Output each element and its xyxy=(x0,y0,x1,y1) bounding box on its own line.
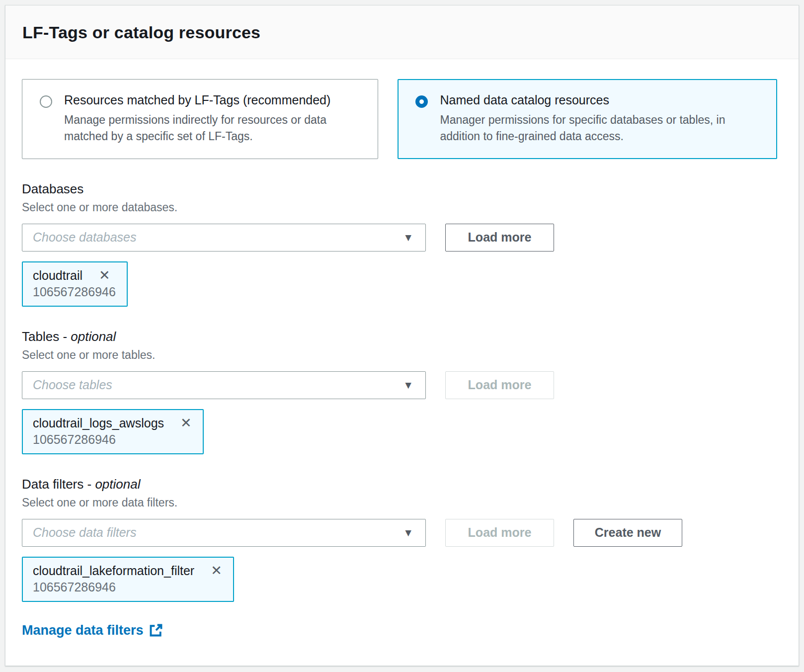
tables-select[interactable]: Choose tables ▼ xyxy=(22,371,426,399)
create-new-filter-button[interactable]: Create new xyxy=(573,519,682,547)
chevron-down-icon: ▼ xyxy=(403,527,413,539)
option-label: Resources matched by LF-Tags (recommende… xyxy=(64,93,364,107)
token-catalog-id: 106567286946 xyxy=(33,580,222,594)
databases-select[interactable]: Choose databases ▼ xyxy=(22,224,426,252)
databases-label: Databases xyxy=(22,181,777,197)
token-name: cloudtrail_lakeformation_filter xyxy=(33,564,194,578)
tables-label-text: Tables - xyxy=(22,329,71,344)
data-filters-description: Select one or more data filters. xyxy=(22,496,777,509)
data-filters-select[interactable]: Choose data filters ▼ xyxy=(22,519,426,547)
table-token: cloudtrail_logs_awslogs ✕ 106567286946 xyxy=(22,409,204,454)
panel-header: LF-Tags or catalog resources xyxy=(5,5,799,59)
data-filters-optional-text: optional xyxy=(95,477,140,492)
token-name: cloudtrail xyxy=(33,268,82,283)
data-filters-load-more-button[interactable]: Load more xyxy=(445,519,554,547)
panel-body: Resources matched by LF-Tags (recommende… xyxy=(5,59,799,668)
tables-select-placeholder: Choose tables xyxy=(33,378,112,392)
radio-unselected-icon[interactable] xyxy=(40,95,52,108)
option-description: Manage permissions indirectly for resour… xyxy=(64,112,364,145)
chevron-down-icon: ▼ xyxy=(403,379,413,391)
chevron-down-icon: ▼ xyxy=(403,232,413,244)
tables-optional-text: optional xyxy=(71,329,116,344)
token-catalog-id: 106567286946 xyxy=(33,285,116,299)
databases-select-placeholder: Choose databases xyxy=(33,230,136,245)
panel-title: LF-Tags or catalog resources xyxy=(22,23,777,42)
option-description: Manager permissions for specific databas… xyxy=(440,112,763,145)
data-filter-token: cloudtrail_lakeformation_filter ✕ 106567… xyxy=(22,557,234,602)
data-filters-label: Data filters - optional xyxy=(22,477,777,492)
lf-tags-panel: LF-Tags or catalog resources Resources m… xyxy=(5,5,799,666)
data-filters-field-row: Choose data filters ▼ Load more Create n… xyxy=(22,519,777,547)
token-catalog-id: 106567286946 xyxy=(33,432,192,447)
databases-field-row: Choose databases ▼ Load more xyxy=(22,224,777,252)
close-icon[interactable]: ✕ xyxy=(180,417,192,430)
databases-load-more-button[interactable]: Load more xyxy=(445,224,554,252)
external-link-icon xyxy=(149,623,163,637)
database-token: cloudtrail ✕ 106567286946 xyxy=(22,261,128,307)
data-filters-select-placeholder: Choose data filters xyxy=(33,525,136,540)
data-filters-label-text: Data filters - xyxy=(22,477,95,492)
option-card-named-resources[interactable]: Named data catalog resources Manager per… xyxy=(398,79,777,159)
databases-label-text: Databases xyxy=(22,181,83,196)
tables-label: Tables - optional xyxy=(22,329,777,344)
manage-data-filters-link-text: Manage data filters xyxy=(22,623,144,638)
option-card-lf-tags[interactable]: Resources matched by LF-Tags (recommende… xyxy=(22,79,378,159)
resource-type-options: Resources matched by LF-Tags (recommende… xyxy=(22,79,777,159)
databases-description: Select one or more databases. xyxy=(22,201,777,214)
tables-load-more-button[interactable]: Load more xyxy=(445,371,554,399)
tables-description: Select one or more tables. xyxy=(22,348,777,362)
radio-selected-icon[interactable] xyxy=(415,95,428,108)
option-card-text: Named data catalog resources Manager per… xyxy=(440,93,763,145)
token-head: cloudtrail ✕ xyxy=(33,268,116,283)
tables-field-row: Choose tables ▼ Load more xyxy=(22,371,777,399)
manage-data-filters-link[interactable]: Manage data filters xyxy=(22,623,163,638)
option-card-text: Resources matched by LF-Tags (recommende… xyxy=(64,93,364,145)
token-head: cloudtrail_lakeformation_filter ✕ xyxy=(33,564,222,578)
close-icon[interactable]: ✕ xyxy=(211,564,222,578)
option-label: Named data catalog resources xyxy=(440,93,763,107)
close-icon[interactable]: ✕ xyxy=(99,269,110,282)
token-name: cloudtrail_logs_awslogs xyxy=(33,416,164,430)
token-head: cloudtrail_logs_awslogs ✕ xyxy=(33,416,192,430)
